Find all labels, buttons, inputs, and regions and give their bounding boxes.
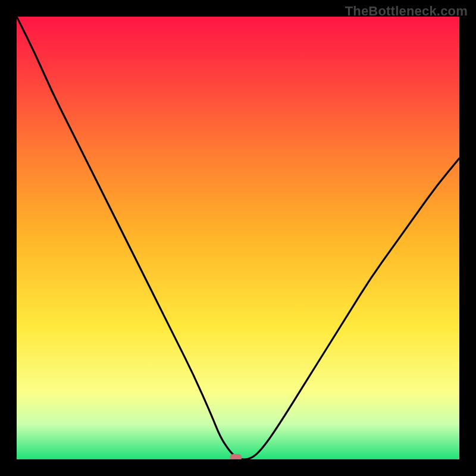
chart-frame: TheBottleneck.com xyxy=(0,0,476,476)
bottleneck-chart xyxy=(0,0,476,476)
plot-background xyxy=(17,17,459,459)
optimum-marker xyxy=(230,454,242,461)
watermark-text: TheBottleneck.com xyxy=(345,4,468,19)
